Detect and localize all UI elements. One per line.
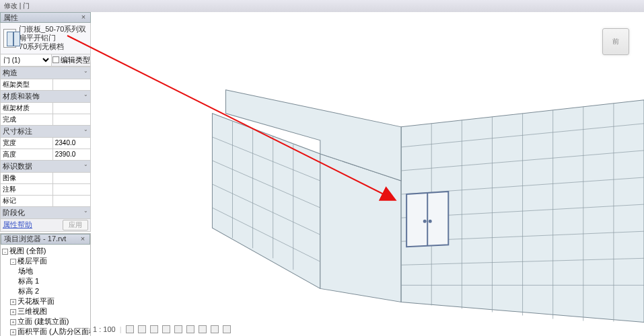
project-browser: 项目浏览器 - 17.rvt × -视图 (全部)-楼层平面场地标高 1标高 2… [0, 233, 91, 336]
tree-node[interactable]: -视图 (全部) [2, 246, 89, 256]
close-icon[interactable]: × [79, 13, 87, 22]
viewbar-icon[interactable] [199, 325, 207, 333]
type-family-label: 门嵌板_50-70系列双扇平开铝门 [19, 25, 87, 42]
svg-point-30 [424, 220, 426, 222]
edit-type-button[interactable]: 编辑类型 [51, 54, 90, 66]
viewbar-icon[interactable] [186, 325, 194, 333]
viewbar-icon[interactable] [126, 325, 134, 333]
type-selector[interactable]: 门嵌板_50-70系列双扇平开铝门 70系列无横档 [0, 23, 91, 54]
properties-help-link[interactable]: 属性帮助 [3, 220, 32, 228]
edit-type-icon [52, 56, 59, 63]
project-browser-tree[interactable]: -视图 (全部)-楼层平面场地标高 1标高 2+天花板平面+三维视图+立面 (建… [1, 245, 90, 336]
tree-node-label: 天花板平面 [17, 297, 55, 305]
tree-node-label: 立面 (建筑立面) [17, 317, 69, 325]
tree-node[interactable]: -楼层平面 [2, 256, 89, 266]
label-frame-type: 框架类型 [1, 79, 53, 90]
tree-node[interactable]: 标高 2 [2, 286, 89, 296]
view-scale[interactable]: 1 : 100 [93, 325, 116, 333]
expand-icon[interactable]: + [10, 329, 16, 335]
tree-node-label: 三维视图 [17, 307, 47, 315]
viewbar-icon[interactable] [138, 325, 146, 333]
apply-button[interactable]: 应用 [63, 220, 88, 230]
left-panels: 属性 × 门嵌板_50-70系列双扇平开铝门 70系列无横档 门 (1) 编辑类… [0, 12, 91, 336]
3d-viewport[interactable] [91, 12, 644, 336]
view-cube[interactable]: 前 [597, 24, 635, 62]
value-image[interactable] [52, 172, 90, 183]
tree-node[interactable]: +面积平面 (人防分区面积) [2, 327, 89, 336]
expand-icon[interactable]: + [10, 319, 16, 325]
viewbar-icon[interactable] [211, 325, 219, 333]
viewbar-icon[interactable] [162, 325, 170, 333]
label-image: 图像 [1, 172, 53, 183]
viewbar-icon[interactable] [150, 325, 158, 333]
tree-node-label: 面积平面 (人防分区面积) [17, 327, 90, 335]
tree-node[interactable]: 标高 1 [2, 276, 89, 286]
label-frame-mat: 框架材质 [1, 102, 53, 114]
svg-point-31 [429, 220, 431, 222]
value-frame-type[interactable] [52, 79, 90, 90]
group-ident[interactable]: 标识数据⌄ [1, 160, 91, 172]
tree-node[interactable]: 场地 [2, 266, 89, 276]
properties-table: 构造⌄ 框架类型 材质和装饰⌄ 框架材质 完成 尺寸标注⌄ 宽度2340.0 高… [0, 67, 91, 232]
instance-filter-select[interactable]: 门 (1) [1, 54, 51, 66]
view-control-bar[interactable]: 1 : 100 | [93, 324, 231, 335]
tree-node-label: 场地 [18, 267, 33, 275]
properties-title: 属性 [3, 13, 18, 23]
value-width[interactable]: 2340.0 [52, 137, 90, 149]
tree-node-label: 标高 1 [18, 277, 39, 285]
tree-node[interactable]: +天花板平面 [2, 296, 89, 306]
close-icon[interactable]: × [79, 235, 87, 243]
view-cube-face[interactable]: 前 [602, 28, 629, 55]
tree-node[interactable]: +立面 (建筑立面) [2, 317, 89, 327]
svg-marker-1 [212, 114, 320, 289]
door-type-icon [3, 29, 16, 48]
properties-panel-header[interactable]: 属性 × [0, 12, 91, 23]
label-mark: 标记 [1, 195, 53, 206]
type-selector-text: 门嵌板_50-70系列双扇平开铝门 70系列无横档 [19, 25, 87, 52]
value-frame-mat[interactable] [52, 102, 90, 114]
label-width: 宽度 [1, 137, 53, 149]
tree-node[interactable]: +三维视图 [2, 306, 89, 317]
value-comments[interactable] [52, 183, 90, 195]
edit-type-label: 编辑类型 [61, 55, 90, 65]
group-materials[interactable]: 材质和装饰⌄ [1, 90, 91, 102]
value-height[interactable]: 2390.0 [52, 149, 90, 160]
type-type-label: 70系列无横档 [19, 42, 87, 51]
group-phasing[interactable]: 阶段化⌄ [1, 206, 91, 218]
window-title: 修改 | 门 [0, 0, 644, 12]
model-render [91, 12, 644, 336]
label-comments: 注释 [1, 183, 53, 195]
label-finish: 完成 [1, 114, 53, 125]
expand-icon[interactable]: + [10, 309, 16, 315]
collapse-icon[interactable]: - [10, 259, 16, 265]
value-mark[interactable] [52, 195, 90, 206]
tree-node-label: 视图 (全部) [9, 247, 46, 255]
viewbar-icon[interactable] [174, 325, 182, 333]
tree-node-label: 标高 2 [18, 287, 39, 295]
viewbar-icon[interactable] [223, 325, 231, 333]
expand-icon[interactable]: + [10, 299, 16, 305]
instance-row: 门 (1) 编辑类型 [0, 54, 91, 67]
tree-node-label: 楼层平面 [17, 257, 47, 265]
project-browser-header[interactable]: 项目浏览器 - 17.rvt × [1, 234, 90, 245]
group-build[interactable]: 构造⌄ [1, 67, 91, 79]
project-browser-title: 项目浏览器 - 17.rvt [4, 234, 66, 244]
value-finish[interactable] [52, 114, 90, 125]
label-height: 高度 [1, 149, 53, 160]
group-dims[interactable]: 尺寸标注⌄ [1, 125, 91, 137]
door-element [406, 192, 448, 247]
collapse-icon[interactable]: - [2, 249, 8, 255]
